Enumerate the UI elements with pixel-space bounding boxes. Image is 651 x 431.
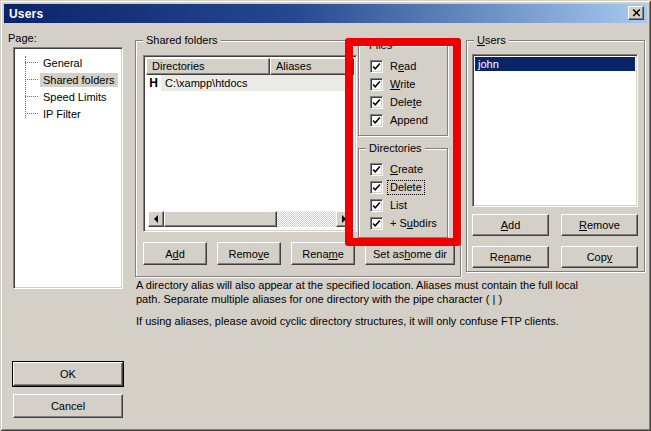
list-body: H C:\xampp\htdocs (146, 75, 354, 91)
shared-folders-list[interactable]: Directories Aliases H C:\xampp\htdocs (143, 55, 357, 232)
alias-help-text: A directory alias will also appear at th… (136, 278, 648, 328)
directories-permissions-group: Directories Create Delete (358, 148, 448, 238)
checkbox[interactable] (370, 96, 383, 109)
close-icon (632, 9, 641, 17)
tree-connector-icon (25, 79, 38, 80)
checkmark-icon (371, 182, 382, 193)
checkbox[interactable] (370, 60, 383, 73)
alias-help-line2: path. Separate multiple aliases for one … (136, 292, 648, 306)
page-label: Page: (8, 32, 37, 44)
checkbox[interactable] (370, 78, 383, 91)
checkmark-icon (371, 97, 382, 108)
users-buttons: Add Remove Rename Copy (472, 214, 638, 268)
titlebar: Users (4, 4, 647, 23)
checkbox-label: Create (388, 163, 425, 176)
directory-permission-row[interactable]: + Subdirs (370, 214, 447, 232)
checkbox[interactable] (370, 163, 383, 176)
checkmark-icon (371, 115, 382, 126)
directory-permission-row[interactable]: List (370, 196, 447, 214)
checkbox-label: List (388, 199, 409, 212)
checkmark-icon (371, 164, 382, 175)
checkbox-label: Delete (388, 96, 424, 109)
tree-connector-icon (25, 96, 38, 97)
tree-connector-icon (25, 113, 38, 114)
file-permission-row[interactable]: Delete (370, 93, 447, 111)
user-list-item[interactable]: john (475, 57, 635, 71)
page-tree-item-label: IP Filter (40, 107, 84, 121)
users-group-label: Users (474, 34, 509, 47)
checkmark-icon (371, 79, 382, 90)
page-tree-item[interactable]: Speed Limits (16, 88, 120, 105)
checkmark-icon (371, 200, 382, 211)
page-tree-item[interactable]: IP Filter (16, 105, 120, 122)
page-tree-item-label: General (40, 56, 85, 70)
shared-folder-action-button[interactable]: Rename (291, 242, 355, 265)
close-button[interactable] (628, 6, 644, 20)
page-tree-item[interactable]: General (16, 54, 120, 71)
user-action-button[interactable]: Remove (561, 214, 638, 236)
checkbox-label: Append (388, 114, 430, 127)
files-permissions-group: Files Read Write (358, 45, 448, 136)
shared-folders-group-label: Shared folders (143, 34, 221, 47)
directories-group-label: Directories (366, 142, 425, 155)
scroll-left-icon (154, 215, 158, 223)
shared-folder-action-button[interactable]: Add (143, 242, 207, 265)
tree-connector-icon (25, 62, 38, 63)
checkbox[interactable] (370, 217, 383, 230)
directory-permission-row[interactable]: Create (370, 160, 447, 178)
shared-folder-action-button[interactable]: Remove (217, 242, 281, 265)
shared-folder-action-button[interactable]: Set as home dir (365, 242, 455, 265)
files-group-label: Files (366, 39, 395, 52)
ok-button[interactable]: OK (13, 362, 123, 386)
scroll-left-button[interactable] (148, 211, 164, 227)
home-flag: H (146, 75, 161, 91)
page-tree-item-label: Speed Limits (40, 90, 110, 104)
checkbox-label: Delete (388, 181, 424, 194)
page-tree-item-label: Shared folders (40, 73, 118, 87)
checkmark-icon (371, 218, 382, 229)
checkbox-label: Read (388, 60, 418, 73)
window-title: Users (9, 7, 43, 21)
user-action-button[interactable]: Add (472, 214, 549, 236)
scroll-right-icon (342, 215, 346, 223)
alias-help-line3: If using aliases, please avoid cyclic di… (136, 314, 648, 328)
cancel-button[interactable]: Cancel (13, 394, 123, 418)
checkmark-icon (371, 61, 382, 72)
user-action-button[interactable]: Copy (561, 246, 638, 268)
directory-cell: C:\xampp\htdocs (161, 75, 354, 91)
checkbox-label: + Subdirs (388, 217, 439, 230)
shared-folders-buttons: Add Remove Rename Set as home dir (143, 242, 455, 265)
user-action-button[interactable]: Rename (472, 246, 549, 268)
file-permission-row[interactable]: Append (370, 111, 447, 129)
file-permission-row[interactable]: Read (370, 57, 447, 75)
scroll-right-button[interactable] (336, 211, 352, 227)
file-permission-row[interactable]: Write (370, 75, 447, 93)
shared-folder-row[interactable]: H C:\xampp\htdocs (146, 75, 354, 91)
checkbox[interactable] (370, 181, 383, 194)
column-header[interactable]: Aliases (270, 58, 354, 75)
checkbox[interactable] (370, 114, 383, 127)
horizontal-scrollbar[interactable] (148, 211, 352, 227)
checkbox[interactable] (370, 199, 383, 212)
list-header: Directories Aliases (146, 58, 354, 75)
directory-permission-row[interactable]: Delete (370, 178, 447, 196)
users-list[interactable]: john (472, 54, 638, 207)
alias-help-line1: A directory alias will also appear at th… (136, 278, 648, 292)
users-dialog: Users Page: General Shared folders (0, 0, 651, 431)
scrollbar-thumb[interactable] (164, 211, 277, 227)
page-tree-item[interactable]: Shared folders (16, 71, 120, 88)
checkbox-label: Write (388, 78, 417, 91)
column-header[interactable]: Directories (146, 58, 270, 75)
page-tree[interactable]: General Shared folders Speed Limits IP F… (13, 47, 123, 289)
